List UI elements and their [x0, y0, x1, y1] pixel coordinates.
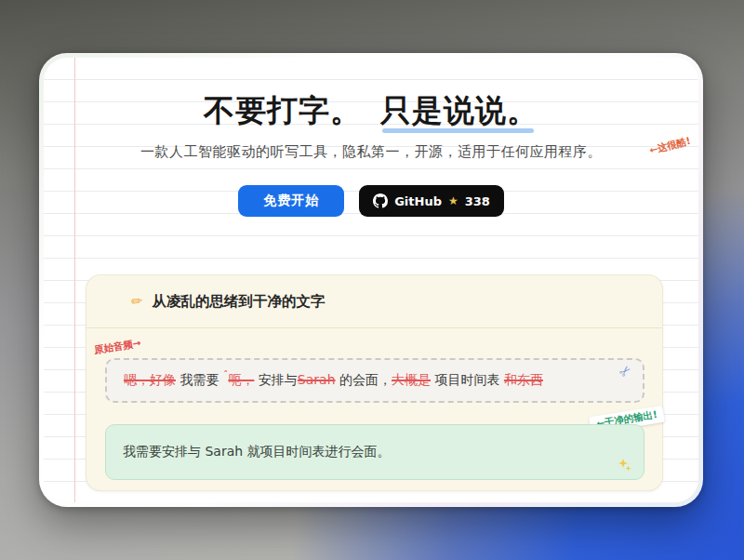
title-part-2: 只是说说。 — [380, 91, 538, 129]
github-label: GitHub — [394, 194, 442, 208]
pencil-icon: ✏ — [130, 292, 144, 311]
notebook-card: 不要打字。只是说说。 一款人工智能驱动的听写工具，隐私第一，开源，适用于任何应用… — [39, 53, 703, 507]
subtitle: 一款人工智能驱动的听写工具，隐私第一，开源，适用于任何应用程序。 — [44, 143, 698, 161]
raw-segment: 嗯，好像 — [124, 372, 176, 387]
cta-row: 免费开始 GitHub ★ 338 — [44, 185, 698, 217]
github-star-count: 338 — [465, 194, 490, 208]
clean-output-box: 我需要安排与 Sarah 就项目时间表进行会面。 — [105, 424, 644, 480]
scissors-icon: ✂ — [616, 361, 636, 381]
hero-section: 不要打字。只是说说。 一款人工智能驱动的听写工具，隐私第一，开源，适用于任何应用… — [44, 58, 698, 217]
raw-segment: Sarah — [298, 372, 336, 387]
get-started-button[interactable]: 免费开始 — [238, 185, 344, 217]
title-part-1: 不要打字。 — [204, 92, 362, 128]
raw-segment: 的会面， — [336, 372, 392, 387]
clean-output-text: 我需要安排与 Sarah 就项目时间表进行会面。 — [123, 444, 627, 460]
demo-panel-header: ✏ 从凌乱的思绪到干净的文字 — [86, 275, 662, 328]
demo-heading: 从凌乱的思绪到干净的文字 — [153, 292, 326, 312]
raw-segment: 安排与 — [254, 372, 297, 387]
raw-segment: 呃， — [228, 372, 254, 387]
star-icon: ★ — [448, 194, 458, 207]
raw-transcript-box: 嗯，好像 我需要 ˆ呃， 安排与Sarah 的会面，大概是 项目时间表 和东西 … — [105, 358, 644, 403]
raw-segment: ˆ — [223, 369, 229, 381]
page-title: 不要打字。只是说说。 — [44, 91, 698, 129]
sparkle-icon — [618, 458, 632, 473]
raw-segment: 我需要 — [176, 372, 223, 387]
raw-transcript-text: 嗯，好像 我需要 ˆ呃， 安排与Sarah 的会面，大概是 项目时间表 和东西 — [124, 372, 543, 389]
raw-segment: 项目时间表 — [431, 372, 504, 387]
raw-segment: 大概是 — [392, 372, 431, 387]
demo-panel: ✏ 从凌乱的思绪到干净的文字 原始音频→ 嗯，好像 我需要 ˆ呃， 安排与Sar… — [86, 274, 663, 491]
notebook-paper: 不要打字。只是说说。 一款人工智能驱动的听写工具，隐私第一，开源，适用于任何应用… — [44, 58, 698, 502]
raw-segment: 和东西 — [504, 372, 543, 387]
github-icon — [373, 193, 388, 208]
annotation-raw-audio: 原始音频→ — [93, 337, 141, 357]
github-button[interactable]: GitHub ★ 338 — [359, 185, 504, 217]
